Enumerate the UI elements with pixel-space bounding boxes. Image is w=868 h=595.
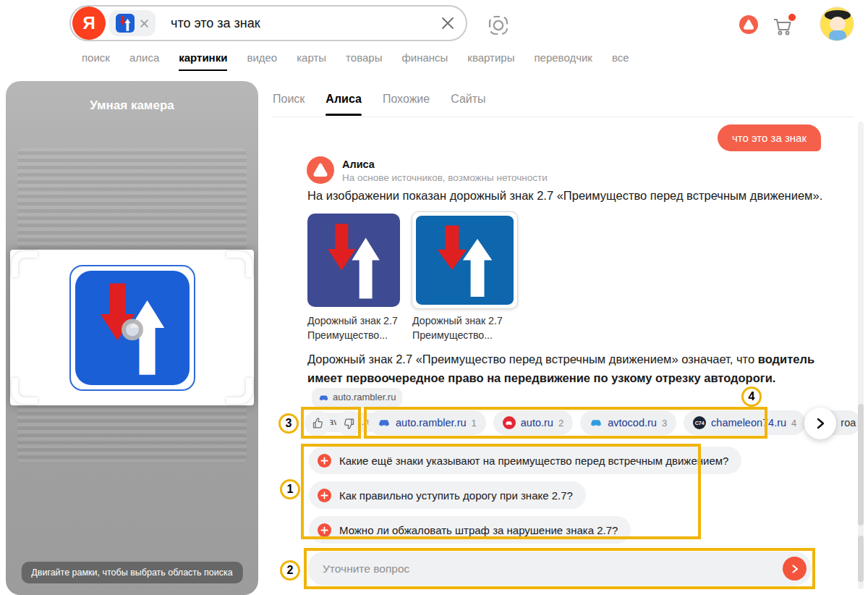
source-chips-row: auto.rambler.ru 1 auto.ru 2 avtocod.ru 3… (368, 410, 861, 435)
nav-finance[interactable]: финансы (401, 51, 448, 71)
crop-handle-bottom-right[interactable] (226, 378, 252, 404)
nav-search[interactable]: поиск (82, 51, 110, 71)
yandex-logo-letter: Я (82, 13, 95, 33)
answer-detail-normal: Дорожный знак 2.7 «Преимущество перед вс… (307, 353, 758, 366)
plus-icon (318, 489, 331, 502)
nav-apartments[interactable]: квартиры (467, 51, 514, 71)
suggestion-3[interactable]: Можно ли обжаловать штраф за нарушение з… (309, 516, 631, 544)
nav-all[interactable]: все (612, 51, 629, 71)
scrollbar-thumb[interactable] (858, 404, 864, 526)
road-sign-graphic-2 (416, 216, 514, 305)
send-button[interactable] (783, 557, 807, 581)
remove-image-icon[interactable] (140, 19, 149, 28)
suggested-questions: Какие ещё знаки указывают на преимуществ… (309, 447, 741, 551)
annotation-marker-4: 4 (741, 387, 762, 407)
yandex-logo[interactable]: Я (72, 7, 106, 40)
crop-handle-bottom-left[interactable] (12, 378, 38, 404)
thumbs-down-button[interactable] (336, 410, 362, 436)
crop-drag-handle[interactable] (122, 318, 143, 340)
tabs-divider (271, 117, 854, 117)
results-tabs: Поиск Алиса Похожие Сайты (273, 93, 486, 116)
crop-selection-area[interactable] (10, 250, 254, 405)
thumbs-up-icon (310, 416, 325, 431)
annotation-marker-2: 2 (280, 560, 300, 581)
crop-handle-top-left[interactable] (12, 251, 38, 277)
chips-scroll-next-button[interactable] (804, 408, 836, 439)
tab-alisa[interactable]: Алиса (326, 93, 362, 116)
avatar-dress (829, 30, 846, 41)
user-avatar[interactable] (820, 7, 854, 41)
user-message-bubble: что это за знак (718, 125, 821, 151)
cart-notification-dot (788, 14, 796, 21)
answer-intro-text: На изображении показан дорожный знак 2.7… (307, 189, 835, 203)
alisa-name: Алиса (342, 159, 375, 170)
thumbs-down-icon (342, 416, 357, 431)
plus-icon (318, 454, 331, 468)
result-image-2[interactable] (412, 211, 518, 309)
inline-source-rambler[interactable]: auto.rambler.ru (312, 388, 402, 408)
followup-question-input[interactable] (307, 552, 812, 586)
road-sign-thumbnail-icon (116, 14, 135, 33)
image-caption-1[interactable]: Дорожный знак 2.7 Преимущество... (307, 314, 398, 342)
tab-sites[interactable]: Сайты (451, 93, 485, 116)
source-chip-rambler[interactable]: auto.rambler.ru 1 (368, 410, 486, 435)
result-image-1[interactable] (307, 214, 400, 307)
car-favicon (590, 416, 603, 429)
alisa-disclaimer: На основе источников, возможны неточност… (342, 172, 548, 183)
car-favicon (318, 392, 329, 403)
alisa-avatar (307, 156, 334, 184)
smart-camera-title: Умная камера (6, 98, 258, 113)
car-favicon (378, 416, 391, 429)
source-chip-auto-ru[interactable]: auto.ru 2 (493, 410, 573, 435)
send-chevron-icon (790, 564, 800, 574)
annotation-marker-1: 1 (280, 479, 300, 499)
suggestion-1[interactable]: Какие ещё знаки указывают на преимуществ… (309, 447, 741, 474)
crop-hint-tooltip: Двигайте рамки, чтобы выбрать область по… (21, 562, 242, 583)
auto-ru-favicon (503, 416, 516, 429)
thumbs-up-button[interactable] (305, 410, 331, 436)
smart-camera-icon[interactable] (486, 13, 511, 38)
plus-icon (318, 523, 331, 537)
crop-handle-top-right[interactable] (226, 251, 252, 277)
alisa-icon[interactable] (739, 14, 759, 35)
smart-camera-panel: Умная камера Двигайте рамки, чтобы выбра… (6, 81, 258, 595)
source-chip-chameleon[interactable]: C74 chameleon74.ru 4 (684, 410, 806, 435)
image-caption-2[interactable]: Дорожный знак 2.7 Преимущество... (412, 314, 503, 342)
nav-alisa[interactable]: алиса (129, 51, 159, 71)
annotation-marker-3: 3 (278, 413, 299, 434)
suggestion-2[interactable]: Как правильно уступить дорогу при знаке … (309, 481, 586, 509)
nav-maps[interactable]: карты (297, 51, 326, 71)
road-sign-graphic-1 (307, 214, 400, 307)
scrollbar-thumb[interactable] (858, 536, 864, 582)
chevron-right-icon (814, 417, 827, 430)
tab-similar[interactable]: Похожие (383, 93, 430, 116)
nav-images[interactable]: картинки (179, 51, 227, 71)
services-nav: поиск алиса картинки видео карты товары … (82, 51, 629, 71)
chameleon-favicon: C74 (693, 416, 706, 429)
image-query-chip[interactable] (109, 10, 156, 36)
nav-translator[interactable]: переводчик (534, 51, 592, 71)
tab-search[interactable]: Поиск (273, 93, 305, 116)
search-input[interactable]: что это за знак (171, 16, 260, 31)
avatar-face (830, 17, 846, 31)
clear-search-icon[interactable] (437, 12, 459, 34)
nav-goods[interactable]: товары (346, 51, 382, 71)
nav-video[interactable]: видео (247, 51, 277, 71)
source-chip-avtocod[interactable]: avtocod.ru 3 (580, 410, 676, 435)
feedback-buttons (305, 410, 362, 436)
